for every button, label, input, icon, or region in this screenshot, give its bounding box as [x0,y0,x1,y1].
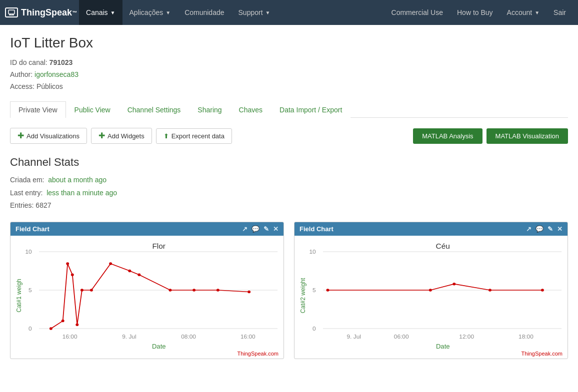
expand-icon[interactable]: ↗ [526,225,532,233]
svg-text:5: 5 [28,288,32,294]
nav-item-canais[interactable]: Canais ▼ [79,0,122,25]
nav-item-commercial[interactable]: Commercial Use [384,0,450,25]
tabs-bar: Private View Public View Channel Setting… [10,101,568,118]
chart-title-1: Field Chart [16,225,50,233]
access-label: Access: [10,82,34,90]
chart-body-2: Cat#2 weight 10 5 0 Céu 9. Jul 06:00 12:… [294,236,568,351]
svg-point-18 [62,320,64,323]
plus-icon: ✚ [18,132,24,140]
svg-text:10: 10 [310,249,316,255]
nav-item-comunidade[interactable]: Comunidade [178,0,231,25]
nav-item-account[interactable]: Account ▼ [500,0,547,25]
svg-point-27 [168,289,172,292]
chart-header-2: Field Chart ↗ 💬 ✎ ✕ [294,222,568,236]
svg-text:18:00: 18:00 [518,334,534,340]
add-visualizations-button[interactable]: ✚ Add Visualizations [10,128,87,144]
chevron-down-icon: ▼ [266,10,270,15]
svg-point-29 [216,289,220,292]
svg-point-24 [109,262,112,265]
channel-id-value: 791023 [50,58,73,66]
svg-point-48 [541,289,544,292]
chart-svg-1: Cat#1 weigh 10 5 0 Flor 16:00 9. Jul 08:… [10,241,284,351]
svg-text:9. Jul: 9. Jul [122,334,136,340]
svg-text:0: 0 [312,326,316,332]
chart-title-2: Field Chart [300,225,334,233]
access-value: Públicos [36,82,63,90]
channel-stats: Criada em: about a month ago Last entry:… [10,174,568,212]
svg-text:16:00: 16:00 [240,334,256,340]
toolbar: ✚ Add Visualizations ✚ Add Widgets ⬆ Exp… [10,128,568,144]
matlab-visualization-button[interactable]: MATLAB Visualization [486,128,568,144]
svg-text:08:00: 08:00 [181,334,196,340]
svg-text:0: 0 [28,326,32,332]
edit-icon[interactable]: ✎ [264,225,269,233]
svg-point-44 [326,289,330,292]
nav-item-aplicacoes[interactable]: Aplicações ▼ [122,0,178,25]
svg-point-19 [66,262,69,265]
svg-point-25 [128,270,131,273]
nav-item-support[interactable]: Support ▼ [232,0,278,25]
chart-card-1: Field Chart ↗ 💬 ✎ ✕ Cat#1 weigh [10,222,284,359]
chart-icons-1: ↗ 💬 ✎ ✕ [242,225,278,233]
svg-rect-0 [8,10,14,14]
created-value[interactable]: about a month ago [48,176,106,184]
svg-text:Cat#2 weight: Cat#2 weight [300,278,307,313]
chevron-down-icon: ▼ [110,10,116,15]
svg-text:16:00: 16:00 [62,334,78,340]
channel-meta: ID do canal: 791023 Author: igorfonseca8… [10,57,568,92]
chevron-down-icon: ▼ [166,10,170,15]
tab-private-view[interactable]: Private View [10,101,66,118]
edit-icon[interactable]: ✎ [548,225,553,233]
comment-icon[interactable]: 💬 [536,225,544,233]
svg-text:Date: Date [436,343,450,350]
export-icon: ⬆ [164,132,169,140]
svg-text:Flor: Flor [152,243,166,250]
svg-text:Cat#1 weigh: Cat#1 weigh [16,279,23,312]
navbar: ThingSpeak™ Canais ▼ Aplicações ▼ Comuni… [0,0,578,25]
tab-chaves[interactable]: Chaves [230,101,271,118]
chart-icons-2: ↗ 💬 ✎ ✕ [526,225,562,233]
chart-header-1: Field Chart ↗ 💬 ✎ ✕ [10,222,284,236]
add-widgets-button[interactable]: ✚ Add Widgets [91,128,152,144]
svg-point-30 [248,291,250,294]
author-link[interactable]: igorfonseca83 [34,70,78,78]
author-label: Author: [10,70,32,78]
nav-item-sair[interactable]: Sair [546,0,573,25]
svg-text:10: 10 [26,249,32,255]
expand-icon[interactable]: ↗ [242,225,248,233]
logo-tm: ™ [72,10,77,15]
created-label: Criada em: [10,176,44,184]
export-recent-data-button[interactable]: ⬆ Export recent data [156,128,232,144]
svg-point-20 [71,273,74,276]
svg-point-22 [80,289,84,292]
last-entry-label: Last entry: [10,189,42,197]
svg-text:06:00: 06:00 [394,334,409,340]
chart-body-1: Cat#1 weigh 10 5 0 Flor 16:00 9. Jul 08:… [10,236,284,351]
entries-value: 6827 [36,201,51,209]
charts-row: Field Chart ↗ 💬 ✎ ✕ Cat#1 weigh [10,222,568,359]
svg-text:9. Jul: 9. Jul [347,334,361,340]
channel-stats-title: Channel Stats [10,156,568,169]
matlab-analysis-button[interactable]: MATLAB Analysis [413,128,482,144]
channel-id-label: ID do canal: [10,58,48,66]
last-entry-value[interactable]: less than a minute ago [46,189,117,197]
svg-text:Céu: Céu [436,243,450,250]
chevron-down-icon: ▼ [534,10,540,15]
chart-svg-2: Cat#2 weight 10 5 0 Céu 9. Jul 06:00 12:… [294,241,568,351]
tab-public-view[interactable]: Public View [66,101,119,118]
page-title: IoT Litter Box [10,35,568,51]
page-content: IoT Litter Box ID do canal: 791023 Autho… [0,25,578,369]
close-icon[interactable]: ✕ [557,225,562,233]
tab-data-import-export[interactable]: Data Import / Export [271,101,350,118]
chart-card-2: Field Chart ↗ 💬 ✎ ✕ Cat#2 weight [294,222,568,359]
nav-item-how-to-buy[interactable]: How to Buy [450,0,500,25]
tab-channel-settings[interactable]: Channel Settings [119,101,190,118]
svg-text:12:00: 12:00 [459,334,474,340]
tab-sharing[interactable]: Sharing [189,101,230,118]
svg-point-28 [192,289,196,292]
comment-icon[interactable]: 💬 [252,225,260,233]
svg-point-46 [452,283,456,286]
close-icon[interactable]: ✕ [273,225,278,233]
svg-point-23 [90,289,93,292]
svg-point-26 [138,273,140,276]
